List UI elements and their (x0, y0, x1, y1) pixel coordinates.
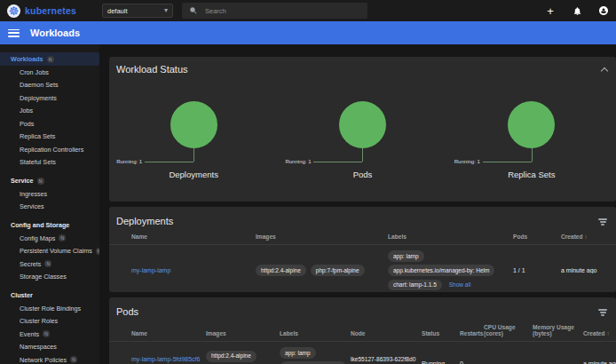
image-chip: php:7-fpm-alpine (311, 265, 365, 276)
sidebar-item[interactable]: Replication Controllers N (0, 143, 99, 156)
sidebar-item[interactable]: Service N (0, 174, 99, 187)
sidebar-item-label: Events (20, 330, 39, 338)
sidebar-item[interactable]: Cluster Role Bindings N (0, 302, 99, 315)
namespaced-indicator-icon: N (37, 178, 44, 185)
pod-status: Running (422, 360, 460, 364)
sidebar-item[interactable]: Pods N (0, 117, 99, 131)
sidebar-item[interactable]: Storage Classes N (0, 271, 99, 284)
topbar-actions: + (543, 0, 611, 21)
sidebar-item[interactable]: Cluster Roles N (0, 315, 99, 328)
column-header[interactable]: Images (256, 233, 388, 240)
show-all-labels-link[interactable]: Show all (449, 281, 471, 289)
pie-running-slice (508, 101, 555, 148)
sidebar-item-label: Config and Storage (11, 221, 69, 229)
sidebar-item-label: Services (20, 202, 44, 210)
pod-name-link[interactable]: my-lamp-lamp-5fd985cf68-jwvz4 (131, 356, 200, 364)
column-header[interactable]: Created ↑ (561, 233, 616, 240)
filter-icon[interactable] (598, 307, 607, 316)
sidebar-nav: Workloads N Cron Jobs N Daemon Sets N De… (0, 44, 99, 364)
sidebar-item[interactable]: Ingresses N (0, 187, 99, 201)
deployment-name-link[interactable]: my-lamp-lamp (131, 267, 170, 273)
sidebar-item[interactable]: Config and Storage N (0, 218, 99, 232)
sidebar-item-label: Cluster Role Bindings (20, 305, 81, 313)
label-chip: app: lamp (280, 347, 316, 359)
status-pie-chart: Running: 1 Pods (278, 101, 446, 179)
filter-icon[interactable] (598, 217, 607, 226)
sidebar-item-label: Daemon Sets (20, 81, 59, 89)
kubernetes-logo-icon: ☸ (7, 4, 20, 18)
sidebar-item-label: Cluster Roles (20, 317, 58, 325)
search-icon (189, 6, 198, 15)
restarts-count: 0 (460, 360, 484, 364)
sidebar-item[interactable]: Jobs N (0, 105, 99, 118)
notifications-button[interactable] (570, 4, 584, 18)
pods-table-header: Name Images Labels Node Status Restarts … (109, 317, 616, 342)
column-header[interactable]: Name (131, 233, 256, 240)
pie-chart-title: Pods (278, 170, 446, 179)
column-header[interactable]: Pods (513, 233, 561, 240)
sidebar-item[interactable]: Services N (0, 201, 99, 214)
image-chip: httpd:2.4-alpine (206, 351, 257, 362)
column-header[interactable]: Labels (280, 330, 351, 336)
sidebar-item-label: Pods (20, 120, 34, 128)
sidebar-item[interactable]: Namespaces N (0, 341, 99, 354)
sidebar-item[interactable]: Secrets N (0, 257, 99, 271)
label-chip: app: lamp (388, 250, 424, 262)
sidebar-item-label: Cron Jobs (20, 68, 49, 76)
sidebar-item-label: Replica Sets (20, 132, 55, 140)
sidebar-item-label: Namespaces (20, 343, 57, 351)
column-header[interactable]: Created ↑ (583, 330, 616, 336)
sidebar-item[interactable]: Cron Jobs N (0, 66, 99, 79)
sidebar-item[interactable]: Deployments N (0, 91, 99, 105)
sidebar-item-label: Stateful Sets (20, 158, 56, 166)
column-header[interactable]: Restarts (460, 330, 484, 336)
namespaced-indicator-icon: N (47, 56, 54, 63)
sidebar-item[interactable]: Replica Sets N (0, 131, 99, 144)
plus-icon: + (547, 5, 554, 17)
user-menu-button[interactable] (596, 4, 611, 18)
kubernetes-home-link[interactable]: ☸ kubernetes (7, 0, 76, 21)
sidebar-item[interactable]: Workloads N (0, 52, 99, 66)
sidebar-item[interactable]: Config Maps N (0, 232, 99, 245)
label-chip: app.kubernetes.io/managed-by: Helm (388, 265, 494, 276)
deployments-table-header: Name Images Labels Pods Created ↑ (109, 226, 616, 245)
sidebar-item-label: Jobs (20, 107, 33, 115)
pods-card: Pods Name Images Labels Node Status Rest… (109, 297, 616, 364)
search-input[interactable] (205, 7, 360, 15)
column-header[interactable]: Node (351, 330, 422, 336)
column-header[interactable]: Labels (388, 233, 513, 240)
pods-count: 1 / 1 (513, 267, 561, 273)
sidebar-item[interactable]: Daemon Sets N (0, 79, 99, 92)
column-header[interactable]: Memory Usage (bytes) (533, 324, 583, 336)
cpu-usage: - (484, 360, 533, 364)
brand-name: kubernetes (25, 5, 76, 16)
sidebar-item[interactable]: Network Policies N (0, 353, 99, 364)
sidebar-item[interactable]: Events N (0, 328, 99, 341)
sidebar-item-label: Ingresses (20, 190, 47, 198)
column-header[interactable]: Images (206, 330, 280, 336)
sidebar-item-label: Cluster (11, 291, 33, 299)
status-pie-chart: Running: 1 Replica Sets (447, 101, 616, 179)
sidebar-item-label: Deployments (20, 94, 57, 102)
memory-usage: - (533, 360, 583, 364)
sidebar-item-label: Storage Classes (20, 273, 67, 281)
sidebar-item[interactable]: Persistent Volume Claims N (0, 245, 99, 258)
column-header[interactable]: Name (131, 330, 206, 336)
deployments-card: Deployments Name Images Labels Pods Crea… (109, 207, 616, 292)
top-app-bar: ☸ kubernetes default ▾ + (0, 0, 616, 21)
column-header[interactable]: CPU Usage (cores) (484, 324, 533, 336)
sidebar-item-label: Workloads (11, 55, 43, 63)
workload-status-card: Workload Status Running: 1 Deployments (109, 57, 616, 202)
created-timestamp: a minute ago (561, 267, 596, 273)
pie-chart-title: Deployments (109, 170, 278, 179)
sidebar-item-label: Secrets (20, 260, 41, 268)
pie-running-slice (170, 101, 217, 148)
collapse-card-icon[interactable] (601, 67, 608, 74)
sidebar-item[interactable]: Stateful Sets N (0, 156, 99, 170)
column-header[interactable]: Status (422, 330, 460, 336)
create-resource-button[interactable]: + (543, 4, 557, 18)
sidebar-item[interactable]: Cluster N (0, 289, 99, 302)
pie-slice-label: Running: 1 (285, 159, 311, 164)
menu-toggle-button[interactable] (8, 29, 20, 37)
namespace-selector[interactable]: default ▾ (102, 4, 173, 18)
